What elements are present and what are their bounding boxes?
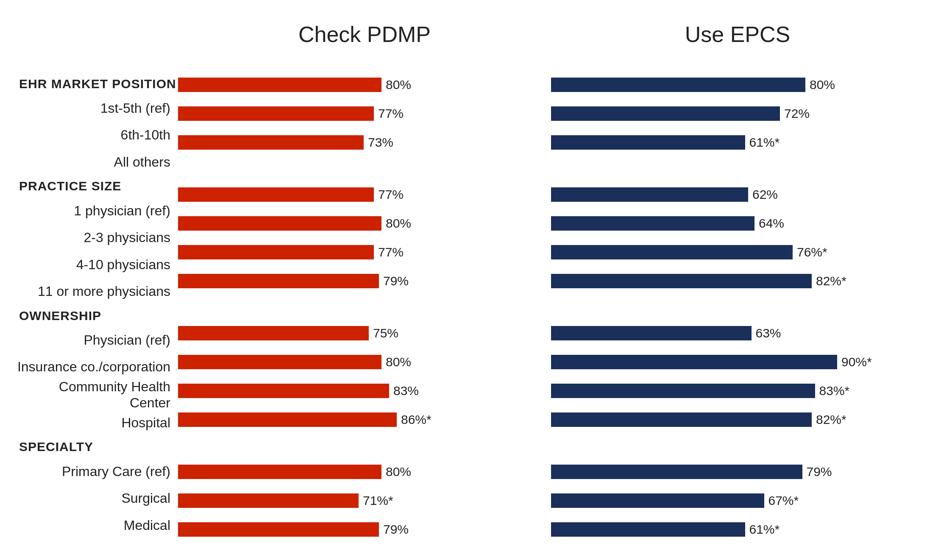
epcs-row-6: 64% xyxy=(551,209,924,238)
row-label-12: Community Health Center xyxy=(17,380,178,409)
epcs-bar-16 xyxy=(551,493,764,508)
pdmp-bar-wrapper-17: 79% xyxy=(178,522,551,537)
pdmp-value-8: 79% xyxy=(383,274,409,288)
pdmp-bar-6 xyxy=(178,216,381,231)
pdmp-row-3: 73% xyxy=(178,128,551,157)
epcs-row-1: 80% xyxy=(551,70,924,99)
pdmp-bar-wrapper-1: 80% xyxy=(178,78,551,92)
pdmp-row-14 xyxy=(178,434,551,457)
pdmp-row-13: 86%* xyxy=(178,405,551,434)
pdmp-value-11: 80% xyxy=(386,355,411,369)
pdmp-value-15: 80% xyxy=(386,465,411,479)
epcs-bar-3 xyxy=(551,135,745,150)
check-pdmp-title: Check PDMP xyxy=(178,22,551,47)
epcs-bar-wrapper-3: 61%* xyxy=(551,135,924,150)
label-text-11: Insurance co./corporation xyxy=(17,359,178,375)
epcs-value-12: 83%* xyxy=(819,384,850,398)
pdmp-row-1: 80% xyxy=(178,70,551,99)
label-text-14: SPECIALTY xyxy=(17,439,178,454)
pdmp-bar-wrapper-5: 77% xyxy=(178,187,551,202)
epcs-bar-17 xyxy=(551,522,745,537)
row-label-10: Physician (ref) xyxy=(17,326,178,353)
pdmp-bar-8 xyxy=(178,274,379,288)
label-text-4: PRACTICE SIZE xyxy=(17,178,178,194)
pdmp-value-1: 80% xyxy=(386,78,411,92)
row-label-16: Surgical xyxy=(17,485,178,512)
epcs-row-5: 62% xyxy=(551,180,924,209)
epcs-bar-13 xyxy=(551,412,812,427)
epcs-row-13: 82%* xyxy=(551,405,924,434)
epcs-value-7: 76%* xyxy=(797,245,827,259)
pdmp-bar-13 xyxy=(178,412,397,427)
epcs-row-2: 72% xyxy=(551,99,924,128)
row-label-6: 2-3 physicians xyxy=(17,224,178,251)
epcs-row-17: 61%* xyxy=(551,515,924,544)
label-text-0: EHR MARKET POSITION xyxy=(17,76,178,92)
pdmp-row-5: 77% xyxy=(178,180,551,209)
epcs-value-15: 79% xyxy=(807,465,832,479)
epcs-bar-wrapper-16: 67%* xyxy=(551,493,924,508)
epcs-bar-15 xyxy=(551,465,802,479)
epcs-row-14 xyxy=(551,434,924,457)
epcs-bar-wrapper-11: 90%* xyxy=(551,355,924,369)
row-label-11: Insurance co./corporation xyxy=(17,354,178,380)
epcs-row-15: 79% xyxy=(551,457,924,486)
epcs-bar-wrapper-7: 76%* xyxy=(551,245,924,259)
epcs-row-8: 82%* xyxy=(551,267,924,295)
epcs-value-6: 64% xyxy=(759,216,784,231)
epcs-row-10: 63% xyxy=(551,319,924,348)
epcs-bar-wrapper-6: 64% xyxy=(551,216,924,231)
label-text-8: 11 or more physicians xyxy=(17,283,178,299)
epcs-value-3: 61%* xyxy=(749,135,780,150)
row-label-7: 4-10 physicians xyxy=(17,251,178,278)
pdmp-bar-wrapper-13: 86%* xyxy=(178,412,551,427)
pdmp-row-15: 80% xyxy=(178,457,551,486)
epcs-bar-6 xyxy=(551,216,754,231)
epcs-bar-wrapper-13: 82%* xyxy=(551,412,924,427)
epcs-value-8: 82%* xyxy=(816,274,846,288)
pdmp-bar-wrapper-12: 83% xyxy=(178,384,551,398)
pdmp-bar-15 xyxy=(178,465,381,479)
pdmp-value-10: 75% xyxy=(373,326,398,340)
row-label-14: SPECIALTY xyxy=(17,436,178,458)
epcs-value-5: 62% xyxy=(752,187,778,202)
pdmp-bar-7 xyxy=(178,245,374,259)
pdmp-row-10: 75% xyxy=(178,319,551,348)
use-epcs-bars: 80%72%61%*62%64%76%*82%*63%90%*83%*82%*7… xyxy=(551,47,924,544)
epcs-bar-wrapper-12: 83%* xyxy=(551,384,924,398)
label-text-2: 6th-10th xyxy=(17,127,178,143)
pdmp-row-11: 80% xyxy=(178,348,551,376)
pdmp-bar-wrapper-2: 77% xyxy=(178,106,551,121)
row-label-2: 6th-10th xyxy=(17,122,178,148)
pdmp-value-12: 83% xyxy=(393,384,419,398)
pdmp-row-2: 77% xyxy=(178,99,551,128)
epcs-bar-wrapper-1: 80% xyxy=(551,78,924,92)
pdmp-row-7: 77% xyxy=(178,238,551,267)
pdmp-row-16: 71%* xyxy=(178,486,551,515)
pdmp-value-5: 77% xyxy=(378,187,404,202)
pdmp-value-2: 77% xyxy=(378,106,404,121)
pdmp-value-3: 73% xyxy=(368,135,393,150)
pdmp-bar-wrapper-15: 80% xyxy=(178,465,551,479)
label-text-15: Primary Care (ref) xyxy=(17,463,178,479)
row-label-9: OWNERSHIP xyxy=(17,305,178,326)
row-label-8: 11 or more physicians xyxy=(17,278,178,304)
pdmp-bar-17 xyxy=(178,522,379,537)
charts-area: Check PDMP 80%77%73%77%80%77%79%75%80%83… xyxy=(178,22,924,539)
row-label-5: 1 physician (ref) xyxy=(17,197,178,224)
pdmp-bar-wrapper-16: 71%* xyxy=(178,493,551,508)
pdmp-bar-5 xyxy=(178,187,374,202)
epcs-row-9 xyxy=(551,295,924,319)
pdmp-bar-wrapper-7: 77% xyxy=(178,245,551,259)
pdmp-bar-wrapper-8: 79% xyxy=(178,274,551,288)
pdmp-bar-12 xyxy=(178,384,389,398)
epcs-value-2: 72% xyxy=(784,106,810,121)
epcs-bar-11 xyxy=(551,355,837,369)
epcs-value-1: 80% xyxy=(810,78,835,92)
label-text-5: 1 physician (ref) xyxy=(17,203,178,219)
epcs-bar-12 xyxy=(551,384,815,398)
epcs-bar-5 xyxy=(551,187,748,202)
labels-column: EHR MARKET POSITION1st-5th (ref)6th-10th… xyxy=(17,22,178,539)
epcs-row-11: 90%* xyxy=(551,348,924,376)
row-label-0: EHR MARKET POSITION xyxy=(17,73,178,95)
